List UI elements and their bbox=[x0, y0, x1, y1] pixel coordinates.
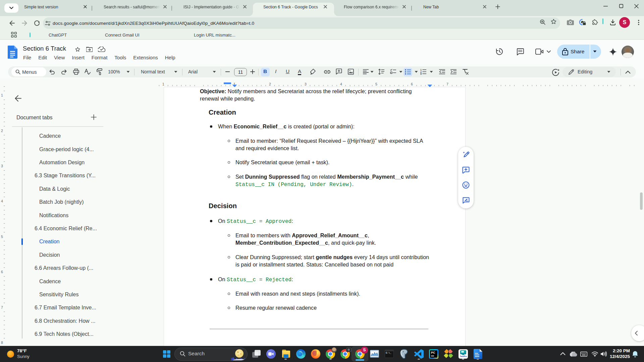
svg-text:2: 2 bbox=[1, 129, 3, 133]
svg-text:4: 4 bbox=[1, 199, 3, 203]
svg-text:6: 6 bbox=[1, 270, 3, 274]
svg-text:2: 2 bbox=[269, 82, 271, 86]
svg-text:8: 8 bbox=[1, 341, 3, 345]
svg-text:4: 4 bbox=[340, 82, 342, 86]
svg-text:5: 5 bbox=[375, 82, 377, 86]
svg-text:7: 7 bbox=[1, 305, 3, 309]
svg-text:1: 1 bbox=[1, 93, 3, 97]
svg-text:7: 7 bbox=[446, 82, 448, 86]
svg-text:3: 3 bbox=[420, 73, 422, 75]
svg-text:5: 5 bbox=[1, 235, 3, 239]
svg-text:3: 3 bbox=[1, 164, 3, 168]
svg-text:1: 1 bbox=[162, 82, 164, 86]
svg-text:3: 3 bbox=[305, 82, 307, 86]
svg-text:6: 6 bbox=[411, 82, 413, 86]
